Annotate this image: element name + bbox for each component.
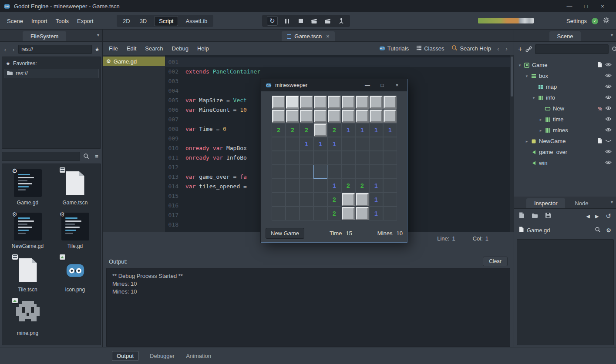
search-icon[interactable] <box>82 153 91 159</box>
tile-1-3[interactable] <box>313 109 327 123</box>
visibility-eye-icon[interactable] <box>605 160 612 166</box>
script-history-forward[interactable]: › <box>505 45 508 52</box>
tile-2-3[interactable] <box>313 123 327 137</box>
tile-7-8[interactable] <box>383 193 397 207</box>
attached-script-icon[interactable] <box>597 138 602 145</box>
tab-scene[interactable]: Scene <box>549 31 581 41</box>
tile-8-2[interactable] <box>300 207 313 220</box>
tile-0-5[interactable] <box>341 95 355 109</box>
menu-import[interactable]: Import <box>31 18 47 24</box>
scene-search-icon[interactable] <box>612 46 616 52</box>
tile-3-1[interactable] <box>286 137 300 151</box>
tab-game-tscn[interactable]: Game.tscn × <box>282 31 334 41</box>
tile-7-6[interactable] <box>355 193 369 207</box>
bottom-tab-output[interactable]: Output <box>112 351 138 361</box>
tile-5-8[interactable] <box>383 165 397 179</box>
tile-3-5[interactable] <box>341 137 355 151</box>
script-menu-file[interactable]: File <box>109 45 118 52</box>
collapse-arrow-icon[interactable]: ▾ <box>531 96 537 100</box>
file-item-tile-gd[interactable]: ⚙Tile.gd <box>53 213 98 249</box>
tile-7-1[interactable] <box>286 193 300 207</box>
visibility-eye-icon[interactable] <box>605 149 612 155</box>
inspector-forward-button[interactable]: ▶ <box>595 214 599 219</box>
inspector-tools-icon[interactable]: ⚙ <box>606 227 611 234</box>
file-item-game-gd[interactable]: ⚙Game.gd <box>6 169 50 206</box>
file-item-tile-tscn[interactable]: Tile.tscn <box>6 256 50 293</box>
minesweeper-close-button[interactable]: × <box>391 82 403 88</box>
tile-1-8[interactable] <box>383 109 397 123</box>
settings-button[interactable]: Settings <box>566 18 587 24</box>
workspace-tab-assetlib[interactable]: AssetLib <box>184 17 209 26</box>
visibility-eye-icon[interactable] <box>605 73 612 79</box>
history-back-button[interactable]: ‹ <box>2 46 9 53</box>
code-scrollbar[interactable] <box>510 55 514 232</box>
inspector-back-button[interactable]: ◀ <box>586 214 589 219</box>
tile-3-3[interactable]: 1 <box>313 137 327 151</box>
tile-0-6[interactable] <box>355 95 369 109</box>
tile-4-6[interactable] <box>355 151 369 165</box>
visibility-eye-closed-icon[interactable] <box>605 138 612 144</box>
tile-2-4[interactable]: 2 <box>327 123 341 137</box>
save-resource-button[interactable] <box>545 212 551 220</box>
tile-6-2[interactable] <box>300 179 313 193</box>
tile-8-6[interactable] <box>355 207 369 220</box>
tile-0-2[interactable] <box>300 95 313 109</box>
tile-3-6[interactable] <box>355 137 369 151</box>
tile-7-4[interactable]: 2 <box>327 193 341 207</box>
pause-button[interactable] <box>283 16 291 26</box>
tile-8-1[interactable] <box>286 207 300 220</box>
bottom-tab-animation[interactable]: Animation <box>186 353 211 359</box>
filesystem-search-input[interactable] <box>2 152 80 161</box>
expand-arrow-icon[interactable]: ▸ <box>538 117 544 122</box>
tile-0-4[interactable] <box>327 95 341 109</box>
tile-4-5[interactable] <box>341 151 355 165</box>
tile-5-6[interactable] <box>355 165 369 179</box>
tile-8-8[interactable] <box>383 207 397 220</box>
help-search-help[interactable]: Search Help <box>451 45 491 52</box>
tab-close-icon[interactable]: × <box>326 33 330 40</box>
minesweeper-titlebar[interactable]: minesweeper — □ × <box>261 79 407 91</box>
tile-5-7[interactable] <box>369 165 383 179</box>
scene-node-win[interactable]: win <box>514 157 616 168</box>
tile-5-4[interactable] <box>327 165 341 179</box>
tile-6-7[interactable]: 1 <box>369 179 383 193</box>
scene-node-newgame[interactable]: ▸NewGame <box>514 136 616 147</box>
inspector-history-button[interactable]: ↺ <box>606 212 611 220</box>
expand-arrow-icon[interactable]: ▸ <box>524 139 530 144</box>
history-forward-button[interactable]: › <box>10 46 17 53</box>
load-resource-button[interactable] <box>532 212 538 220</box>
minimize-button[interactable]: — <box>563 3 576 10</box>
add-node-button[interactable]: + <box>518 45 522 53</box>
minesweeper-maximize-button[interactable]: □ <box>377 82 388 88</box>
view-toggle-icon[interactable]: ≡ <box>92 153 101 160</box>
inspector-search-icon[interactable] <box>595 227 601 234</box>
new-game-button[interactable]: New Game <box>266 228 304 239</box>
tile-0-7[interactable] <box>369 95 383 109</box>
tile-4-3[interactable] <box>313 151 327 165</box>
attached-script-icon[interactable] <box>597 62 602 69</box>
tile-6-3[interactable] <box>313 179 327 193</box>
file-item-newgame-gd[interactable]: ⚙NewGame.gd <box>6 213 50 249</box>
tile-5-2[interactable] <box>300 165 313 179</box>
tile-4-0[interactable] <box>272 151 286 165</box>
favorite-item-res-[interactable]: res:// <box>4 69 99 78</box>
tile-6-4[interactable]: 1 <box>327 179 341 193</box>
tab-node[interactable]: Node <box>567 198 596 208</box>
menu-export[interactable]: Export <box>77 18 94 24</box>
tile-2-0[interactable]: 2 <box>272 123 286 137</box>
workspace-tab-3d[interactable]: 3D <box>138 17 149 26</box>
tile-2-5[interactable]: 1 <box>341 123 355 137</box>
clear-output-button[interactable]: Clear <box>483 257 508 266</box>
tile-7-7[interactable]: 1 <box>369 193 383 207</box>
scene-node-game-over[interactable]: game_over <box>514 147 616 157</box>
script-menu-edit[interactable]: Edit <box>127 45 136 52</box>
scene-node-box[interactable]: ▾box <box>514 70 616 81</box>
file-item-icon-png[interactable]: icon.png <box>53 256 98 293</box>
tile-2-2[interactable]: 2 <box>300 123 313 137</box>
menu-tools[interactable]: Tools <box>56 18 69 24</box>
tile-3-7[interactable] <box>369 137 383 151</box>
tile-4-2[interactable] <box>300 151 313 165</box>
tile-2-1[interactable]: 2 <box>286 123 300 137</box>
tile-7-3[interactable] <box>313 193 327 207</box>
tile-5-5[interactable] <box>341 165 355 179</box>
